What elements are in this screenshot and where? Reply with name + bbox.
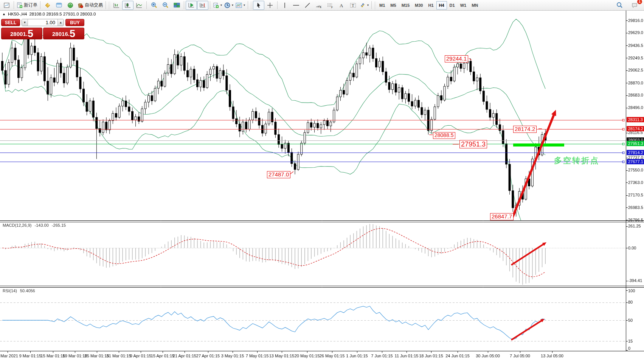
buy-button[interactable]: BUY — [65, 19, 84, 26]
new-chart-icon — [213, 2, 219, 8]
main-toolbar: 新订单 自动交易 — [0, 0, 644, 11]
time-tick-label: 15 Mar 01:15 — [41, 354, 65, 358]
market-watch-button[interactable] — [53, 1, 65, 10]
bar-chart-icon — [113, 2, 120, 8]
horizontal-line-button[interactable] — [290, 1, 302, 10]
timeframe-button-h4[interactable]: H4 — [436, 1, 447, 9]
timeframe-button-m1[interactable]: M1 — [377, 1, 388, 9]
autotrading-label: 自动交易 — [85, 2, 103, 8]
cursor-button[interactable] — [253, 1, 264, 10]
new-chart-dropdown[interactable]: ▾ — [212, 1, 223, 10]
time-tick-label: 20 May 01:15 — [295, 354, 320, 358]
toolbar-grip — [250, 2, 252, 9]
chart-window-icon — [4, 3, 9, 8]
timeframe-button-w1[interactable]: W1 — [458, 1, 469, 9]
chevron-down-icon: ▾ — [244, 3, 245, 7]
time-tick-label: 7 May 01:15 — [246, 354, 269, 358]
tile-windows-button[interactable] — [171, 1, 182, 10]
price-tick-label: 29816.0 — [628, 18, 643, 23]
svg-text:T: T — [352, 3, 354, 8]
indicators-icon — [45, 2, 51, 8]
timeframe-button-d1[interactable]: D1 — [447, 1, 458, 9]
zoom-out-icon — [162, 2, 169, 8]
rsi-tick-label: 80 — [628, 300, 633, 304]
time-tick-label: 24 Jun 01:15 — [445, 354, 470, 358]
rsi-indicator-label: RSI(14) 50.4056 — [3, 288, 37, 293]
time-tick-label: 30 Jun 05:00 — [476, 354, 500, 358]
buy-price-button[interactable]: 28016.5 — [43, 28, 84, 39]
sell-price-button[interactable]: 28001.5 — [1, 28, 42, 39]
time-tick-label: 9 Mar 01:15 — [19, 354, 42, 358]
candlestick-chart-button[interactable] — [122, 1, 133, 10]
sell-button[interactable]: SELL — [1, 19, 20, 26]
chart-shift-button[interactable] — [197, 1, 208, 10]
price-tick-label: 29249.5 — [628, 56, 643, 60]
volume-increase-button[interactable]: ▲ — [57, 19, 64, 26]
price-tick-label: 29436.5 — [628, 43, 643, 48]
time-tick-label: 1 Jun 01:15 — [346, 354, 368, 358]
rsi-tick-label: 100 — [628, 288, 635, 293]
zoom-out-button[interactable] — [160, 1, 171, 10]
autotrading-button[interactable]: 自动交易 — [76, 1, 104, 10]
vertical-line-button[interactable] — [279, 1, 290, 10]
crosshair-button[interactable] — [264, 1, 276, 10]
price-annotation[interactable]: 29244.1 — [445, 55, 468, 62]
price-annotation[interactable]: 27951.3 — [459, 140, 487, 148]
price-tick-label: 29629.0 — [628, 30, 643, 35]
chart-window-icon[interactable] — [1, 1, 12, 10]
navigator-icon — [67, 2, 73, 8]
rsi-value: 50.4056 — [20, 288, 35, 293]
volume-decrease-button[interactable]: ▼ — [22, 19, 28, 26]
timeframe-button-m5[interactable]: M5 — [388, 1, 399, 9]
toolbar-right-group: 1 — [614, 1, 640, 10]
indicators-button[interactable] — [42, 1, 53, 10]
new-order-button[interactable]: 新订单 — [16, 1, 39, 10]
price-annotation[interactable]: 27487.0 — [267, 171, 290, 178]
time-tick-label: 18 Jun 01:15 — [419, 354, 443, 358]
price-annotation[interactable]: 26847.7 — [490, 213, 514, 220]
toolbar-separator — [106, 1, 106, 9]
line-chart-button[interactable] — [133, 1, 145, 10]
price-tick-label: 27363.0 — [628, 180, 643, 185]
chevron-down-icon: ▾ — [367, 3, 369, 7]
line-chart-icon — [136, 2, 143, 8]
timeframe-button-m30[interactable]: M30 — [412, 1, 425, 9]
auto-scroll-button[interactable] — [186, 1, 197, 10]
price-tick-label: 27550.0 — [628, 168, 643, 172]
price-annotation[interactable]: 28174.2 — [513, 126, 537, 133]
time-tick-label: 31 Mar 01:15 — [107, 354, 131, 358]
time-tick-label: 11 Jun 01:15 — [395, 354, 419, 358]
notifications-button[interactable]: 1 — [629, 1, 640, 10]
price-line-badge: 27677.1 — [627, 159, 644, 164]
zoom-in-icon — [151, 2, 157, 8]
bar-chart-button[interactable] — [111, 1, 122, 10]
symbol-ohlc-values: 28108.0 28169.5 27931.0 28003.0 — [29, 12, 96, 16]
price-annotation[interactable]: 28088.5 — [433, 132, 455, 139]
templates-dropdown[interactable]: ▾ — [234, 1, 246, 10]
horizontal-line-icon — [293, 3, 299, 8]
trendline-button[interactable] — [302, 1, 313, 10]
shapes-dropdown[interactable]: ▾ — [358, 1, 370, 10]
volume-stepper: ▼ ▲ — [22, 19, 64, 26]
candlestick-chart-icon — [124, 2, 131, 8]
trend-turning-point-note[interactable]: 多空转折点 — [554, 155, 599, 166]
macd-tick-label: 261.25 — [628, 224, 641, 228]
price-tick-label: 26796.5 — [628, 218, 643, 222]
text-button[interactable]: A — [336, 1, 347, 10]
toolbar-separator — [184, 1, 184, 9]
price-chart-canvas[interactable] — [0, 0, 644, 360]
rsi-tick-label: 0 — [628, 346, 630, 351]
search-button[interactable] — [614, 1, 625, 10]
navigator-button[interactable] — [65, 1, 76, 10]
text-label-button[interactable]: T — [347, 1, 358, 10]
periods-dropdown[interactable]: ▾ — [223, 1, 234, 10]
fibonacci-button[interactable]: F — [324, 1, 336, 10]
channel-button[interactable]: E — [313, 1, 324, 10]
zoom-in-button[interactable] — [148, 1, 160, 10]
volume-input[interactable] — [28, 19, 57, 26]
price-tick-label: 27170.5 — [628, 193, 643, 197]
auto-scroll-icon — [188, 2, 195, 8]
timeframe-button-h1[interactable]: H1 — [425, 1, 436, 9]
timeframe-button-mn[interactable]: MN — [469, 1, 481, 9]
timeframe-button-m15[interactable]: M15 — [399, 1, 412, 9]
